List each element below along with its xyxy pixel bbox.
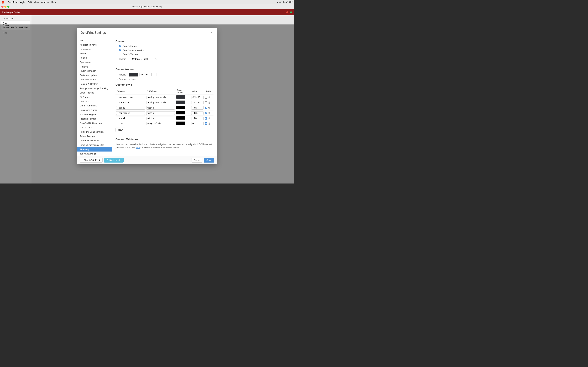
sidebar-item-announcements[interactable]: Announcements (77, 77, 112, 82)
sidebar-item-appearance[interactable]: Appearance (77, 60, 112, 64)
traffic-light-green[interactable] (7, 6, 9, 8)
row-delete-3[interactable]: 🗑 (208, 112, 210, 115)
theme-row: Theme Material UI light Material UI dark… (115, 57, 214, 61)
modal-close-button[interactable]: × (210, 31, 214, 35)
selector-input-5[interactable] (116, 122, 145, 125)
menu-window[interactable]: Window (41, 1, 49, 3)
row-checkbox-2[interactable] (205, 107, 207, 109)
sidebar-item-printer-dialogs[interactable]: Printer Dialogs (77, 134, 112, 138)
sidebar-item-backup-restore[interactable]: Backup & Restore (77, 82, 112, 86)
sidebar-item-anonymous-usage[interactable]: Anonymous Usage Tracking (77, 86, 112, 91)
action-buttons-5: 🗑 (205, 122, 213, 125)
value-input-0[interactable] (191, 96, 204, 99)
navbar-color-picker[interactable] (153, 73, 156, 76)
state-label: State (3, 22, 29, 24)
value-input-4[interactable] (191, 117, 204, 120)
color-swatch-4[interactable] (176, 116, 185, 120)
css-rule-input-0[interactable] (146, 96, 175, 99)
sidebar-connection[interactable]: Connection (1, 17, 30, 21)
close-button[interactable]: Close (191, 158, 202, 163)
sidebar-item-pi-support[interactable]: Pi Support (77, 95, 112, 99)
sidebar-item-simple-emergency-stop[interactable]: Simple Emergency Stop (77, 143, 112, 147)
sidebar-item-themeify[interactable]: Themeify (77, 147, 112, 151)
css-rule-input-1[interactable] (146, 101, 175, 104)
color-swatch-5[interactable] (176, 121, 185, 125)
table-row: 🗑 (115, 121, 214, 126)
content-area: Connection State Printing Resend ratio: … (0, 15, 294, 184)
sidebar-item-plugin-manager[interactable]: Plugin Manager (77, 69, 112, 73)
sidebar-item-enclosure-plugin[interactable]: Enclosure Plugin (77, 108, 112, 112)
row-delete-0[interactable]: 🗑 (208, 96, 210, 99)
sidebar-item-touchtest-plugin[interactable]: Touchtest Plugin (77, 151, 112, 156)
value-input-2[interactable] (191, 106, 204, 109)
enable-customization-checkbox[interactable] (119, 49, 121, 51)
row-checkbox-4[interactable] (205, 117, 207, 119)
new-row-button[interactable]: New (115, 128, 125, 132)
sidebar-section-octoprint: OCTOPRINT (77, 47, 112, 51)
advanced-options-toggle[interactable]: ▾ Advanced options (115, 78, 214, 80)
sidebar-item-application-keys[interactable]: Application Keys (77, 43, 112, 47)
sidebar-item-printtime-genius[interactable]: PrintTimeGenius Plugin (77, 130, 112, 134)
row-delete-2[interactable]: 🗑 (208, 106, 210, 109)
save-button[interactable]: Save (204, 158, 214, 163)
color-swatch-0[interactable] (176, 95, 185, 99)
value-input-3[interactable] (191, 111, 204, 115)
col-color-picker: Color Picker (175, 88, 190, 95)
color-swatch-3[interactable] (176, 111, 185, 115)
selector-input-0[interactable] (116, 96, 145, 99)
css-rule-input-2[interactable] (146, 106, 175, 109)
about-octoprint-button[interactable]: ℹ About OctoPrint (80, 158, 103, 163)
row-delete-5[interactable]: 🗑 (208, 122, 210, 125)
css-rule-input-3[interactable] (146, 111, 175, 115)
system-info-button[interactable]: ⚙ System info (104, 158, 124, 163)
selector-input-3[interactable] (116, 111, 145, 115)
css-rule-input-5[interactable] (146, 122, 175, 125)
menu-view[interactable]: View (34, 1, 39, 3)
navbar-color-swatch[interactable] (129, 73, 138, 76)
enable-tab-icons-checkbox[interactable] (119, 53, 121, 55)
row-checkbox-5[interactable] (205, 122, 207, 125)
menu-edit[interactable]: Edit (28, 1, 32, 3)
row-checkbox-1[interactable] (205, 101, 207, 104)
sidebar-item-floating-navbar[interactable]: Floating Navbar (77, 117, 112, 121)
sidebar-item-printer-notifications[interactable]: Printer Notifications (77, 138, 112, 143)
menu-help[interactable]: Help (51, 1, 56, 3)
sidebar-item-folders[interactable]: Folders (77, 56, 112, 60)
css-rule-input-4[interactable] (146, 117, 175, 120)
row-checkbox-0[interactable] (205, 96, 207, 99)
value-input-1[interactable] (191, 101, 204, 104)
selector-input-2[interactable] (116, 106, 145, 109)
apple-icon: 🍎 (1, 1, 4, 3)
row-checkbox-3[interactable] (205, 112, 207, 114)
app-name: OctoPrint Login (8, 1, 25, 3)
menu-time: Mon 1 Feb 16:07 (277, 1, 293, 3)
selector-input-1[interactable] (116, 101, 145, 104)
value-input-5[interactable] (191, 122, 204, 125)
row-delete-4[interactable]: 🗑 (208, 117, 210, 120)
theme-select[interactable]: Material UI light Material UI dark Defau… (130, 57, 158, 61)
action-buttons-3: 🗑 (205, 112, 213, 115)
sidebar-item-api[interactable]: API (77, 38, 112, 43)
color-swatch-1[interactable] (176, 100, 185, 104)
action-buttons-1: 🗑 (205, 101, 213, 104)
sidebar-item-software-update[interactable]: Software Update (77, 73, 112, 77)
traffic-light-red[interactable] (1, 6, 3, 8)
sidebar-item-server[interactable]: Server (77, 51, 112, 56)
sidebar-item-error-tracking[interactable]: Error Tracking (77, 91, 112, 95)
row-delete-1[interactable]: 🗑 (208, 101, 210, 104)
sidebar-item-octopod-notifications[interactable]: OctoPod Notifications (77, 121, 112, 125)
octoprint-app-title: Flashforge Finder (2, 11, 20, 14)
sidebar-section-plugins: PLUGINS (77, 99, 112, 103)
sidebar-item-cura-thumbnails[interactable]: Cura Thumbnails (77, 103, 112, 108)
sidebar-item-logging[interactable]: Logging (77, 64, 112, 69)
tab-icons-link[interactable]: here (136, 146, 140, 149)
selector-input-4[interactable] (116, 117, 145, 120)
sidebar-item-psu-control[interactable]: PSU Control (77, 125, 112, 130)
enable-theme-checkbox[interactable] (119, 45, 121, 47)
navbar-hex-input[interactable] (139, 73, 152, 76)
sidebar-item-exclude-region[interactable]: Exclude Region (77, 112, 112, 117)
title-bar: Flashforge Finder [OctoPrint] (0, 4, 294, 9)
traffic-light-yellow[interactable] (4, 6, 7, 8)
tab-icons-description: Here you can customize the icons in the … (115, 143, 214, 149)
color-swatch-2[interactable] (176, 106, 185, 109)
